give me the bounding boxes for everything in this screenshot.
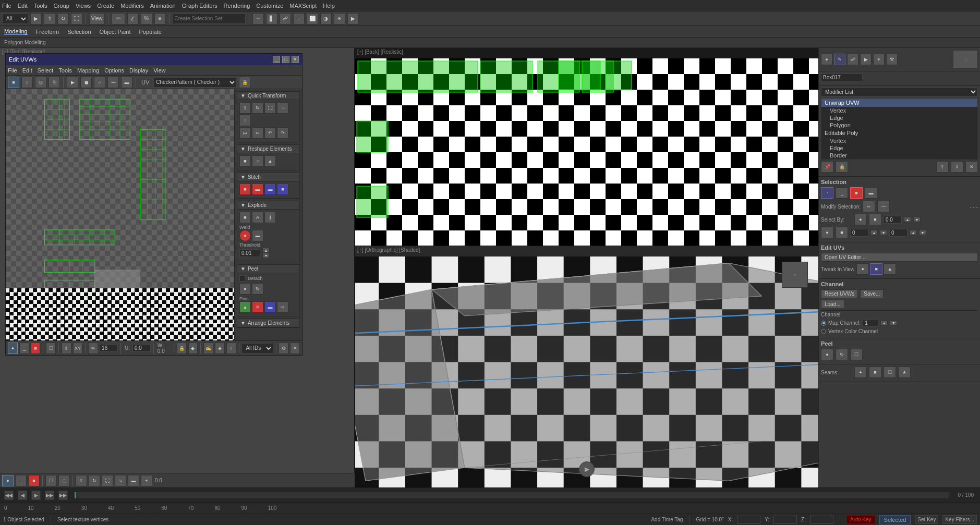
select-by-spinner-up[interactable]: ▲	[904, 217, 911, 222]
toolbar-dropdown-all[interactable]: All	[2, 14, 28, 24]
exp-btn1[interactable]: ■	[239, 212, 251, 223]
stack-down-btn[interactable]: ⇩	[951, 161, 963, 173]
uvw-close-btn[interactable]: ✕	[292, 56, 299, 63]
seam-btn3[interactable]: ☐	[884, 367, 896, 378]
qt-align-btn[interactable]: ↦	[239, 127, 251, 139]
qt-mirror2-btn[interactable]: ↑	[239, 115, 251, 126]
threshold-dn[interactable]: ▼	[262, 253, 270, 258]
qt-move-btn[interactable]: ⇧	[239, 102, 251, 114]
mode-object-paint[interactable]: Object Paint	[100, 29, 131, 35]
uvw-tb-lock[interactable]: 🔒	[239, 77, 250, 88]
weld-btn2[interactable]: ▬	[252, 230, 263, 241]
menu-file[interactable]: File	[2, 3, 11, 9]
toolbar-curve-editor[interactable]: ⸻	[293, 13, 305, 25]
uvw-tb-mode4[interactable]: ⎗	[49, 77, 60, 88]
menu-animation[interactable]: Animation	[150, 3, 176, 9]
seam-btn1[interactable]: ●	[854, 367, 867, 378]
menu-customize[interactable]: Customize	[256, 3, 283, 9]
modifier-vertex-sub2[interactable]: Vertex	[821, 137, 977, 144]
uvw-bt-face[interactable]: ■	[31, 343, 41, 354]
qt-mirror-btn[interactable]: →	[277, 102, 288, 114]
re-btn3[interactable]: ▲	[264, 155, 276, 167]
uvw-tb-mode8[interactable]: ⸻	[107, 77, 119, 88]
pin-btn4[interactable]: ⇨	[277, 301, 288, 313]
blt-edge[interactable]: ⎯	[15, 475, 27, 486]
uvw-hand-btn[interactable]: ✍	[203, 343, 213, 354]
uvw-bt-edge[interactable]: ⎯	[19, 343, 29, 354]
threshold-up[interactable]: ▲	[262, 248, 270, 253]
tl-end-btn[interactable]: ▶▶	[58, 491, 68, 500]
select-by-spinner-up3[interactable]: ▲	[910, 230, 917, 235]
viewport-play-btn[interactable]: ▶	[579, 461, 595, 477]
uvw-tb-mode5[interactable]: ▶	[67, 77, 78, 88]
modify-sel-btn1[interactable]: ∾	[863, 201, 875, 212]
mode-modeling[interactable]: Modeling	[4, 28, 28, 35]
tweak-btn2[interactable]: ■	[870, 263, 882, 275]
uvw-tb-select[interactable]: ■	[8, 77, 19, 88]
peel-c1[interactable]: ●	[239, 283, 251, 295]
map-channel-dn[interactable]: ▼	[890, 321, 897, 326]
peel-btn3[interactable]: ☐	[850, 349, 863, 360]
stitch-btn4[interactable]: ■	[277, 184, 288, 195]
blt-paint[interactable]: ◌	[58, 475, 70, 486]
set-key-btn[interactable]: Set Key	[915, 515, 938, 524]
qt-scale-btn[interactable]: ⛶	[264, 102, 276, 114]
map-channel-up[interactable]: ▲	[880, 321, 888, 326]
uvw-config-btn[interactable]: ⚙	[279, 343, 288, 354]
uvw-tb-mode7[interactable]: ○	[94, 77, 105, 88]
uvw-snap-input[interactable]	[100, 344, 118, 352]
pin-btn1[interactable]: ▲	[239, 301, 251, 313]
toolbar-schematic[interactable]: ⬜	[307, 13, 318, 25]
modifier-border-sub[interactable]: Border	[821, 152, 977, 159]
pin-btn3[interactable]: ▬	[264, 301, 276, 313]
modifier-list-dropdown[interactable]: Modifier List	[821, 88, 978, 96]
toolbar-scale-btn[interactable]: ⛶	[71, 13, 82, 25]
uvw-titlebar[interactable]: Edit UVWs _ □ ✕	[6, 54, 302, 65]
uvw-tb-mode6[interactable]: ◼	[80, 77, 92, 88]
uvw-canvas[interactable]	[6, 89, 234, 340]
select-by-btn3[interactable]: ●	[821, 227, 833, 238]
uvw-tb-free[interactable]: ◎	[35, 77, 46, 88]
blt-sel[interactable]: ☐	[45, 475, 57, 486]
modifier-polygon-sub[interactable]: Polygon	[821, 121, 977, 129]
modify-sel-btn2[interactable]: ―	[877, 201, 890, 212]
select-by-btn4[interactable]: ■	[836, 227, 848, 238]
threshold-input[interactable]	[239, 249, 260, 257]
modifier-edge-sub2[interactable]: Edge	[821, 144, 977, 152]
stack-pin-btn[interactable]: 📌	[821, 161, 833, 173]
blt-move[interactable]: ⇧	[76, 475, 87, 486]
tl-prev-btn[interactable]: ◀	[18, 491, 27, 500]
uvw-lock-btn[interactable]: 🔒	[177, 343, 187, 354]
toolbar-rotate-btn[interactable]: ↻	[57, 13, 69, 25]
z-input[interactable]	[810, 516, 833, 524]
pattern-dropdown[interactable]: CheckerPattern ( Checker )	[153, 77, 237, 88]
exp-btn3[interactable]: ∮	[264, 212, 276, 223]
sel-vertex-btn[interactable]: ⋅	[821, 187, 833, 199]
mode-populate[interactable]: Populate	[139, 29, 161, 35]
uvw-menu-file[interactable]: File	[8, 67, 17, 74]
menu-create[interactable]: Create	[97, 3, 114, 9]
blt-face[interactable]: ■	[28, 475, 40, 486]
toolbar-angle-snap[interactable]: ∠	[127, 13, 139, 25]
stack-lock-btn[interactable]: 🔒	[836, 161, 848, 173]
seam-btn4[interactable]: ★	[898, 367, 911, 378]
blt-extra[interactable]: ▬	[128, 475, 139, 486]
uvw-zoom2-btn[interactable]: ○	[226, 343, 236, 354]
toolbar-material-editor[interactable]: ◑	[320, 13, 332, 25]
select-by-spinner-dn2[interactable]: ▼	[880, 230, 887, 235]
uvw-menu-display[interactable]: Display	[129, 67, 148, 74]
uvw-zoom-btn[interactable]: ◈	[215, 343, 225, 354]
uvw-bt-uv[interactable]: XY	[73, 343, 83, 354]
select-by-spinner-up2[interactable]: ▲	[870, 230, 878, 235]
modifier-unwrap-uvw[interactable]: Unwrap UVW	[821, 99, 977, 107]
toolbar-ref-coord[interactable]: View	[89, 13, 105, 25]
uvw-menu-mapping[interactable]: Mapping	[77, 67, 99, 74]
exp-btn2[interactable]: A	[252, 212, 263, 223]
toolbar-render-setup[interactable]: ☀	[334, 13, 345, 25]
menu-views[interactable]: Views	[76, 3, 91, 9]
uvw-u-input[interactable]	[132, 344, 151, 352]
qt-rot-left-btn[interactable]: ↶	[264, 127, 276, 139]
menu-rendering[interactable]: Rendering	[224, 3, 250, 9]
seam-btn2[interactable]: ■	[869, 367, 881, 378]
sel-polygon-btn[interactable]: ■	[850, 187, 863, 199]
